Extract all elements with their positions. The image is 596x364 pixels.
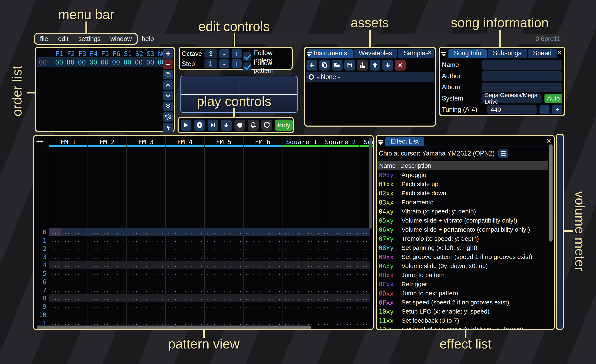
step-value[interactable]: 1 [204, 59, 217, 68]
pattern-cell[interactable]: ... .. .. ... [282, 320, 321, 326]
pattern-cell[interactable]: ... .. .. ... [204, 271, 243, 276]
order-cell[interactable]: 00 [120, 58, 131, 66]
menu-item[interactable]: window [105, 34, 137, 44]
pattern-cell[interactable]: ... .. .. ... [282, 254, 321, 260]
pattern-cell[interactable]: ... .. .. ... [204, 246, 243, 251]
pattern-cell[interactable]: ... .. .. ... [321, 279, 360, 284]
collapse-icon[interactable] [440, 51, 447, 57]
pattern-cell[interactable]: ... .. .. ... [165, 312, 204, 317]
pattern-cell[interactable]: ... .. .. ... [49, 320, 88, 326]
effect-row[interactable]: 0Dxx Jump to next pattern [378, 289, 548, 298]
auto-system-button[interactable]: Auto [544, 94, 562, 103]
pattern-cell[interactable]: ... .. .. ... [321, 296, 360, 301]
effect-row[interactable]: 05xy Volume slide + vibrato (compatibili… [378, 216, 548, 225]
effect-row[interactable]: 04xy Vibrato (x: speed; y: depth) [378, 207, 548, 216]
octave-increase-button[interactable]: + [232, 49, 242, 58]
pattern-row[interactable]: 0 ... .. .. ... ... .. .. ... ... .. .. … [34, 228, 370, 236]
pattern-cell[interactable]: ... .. .. ... [243, 229, 282, 235]
pattern-cell[interactable]: ... .. .. ... [360, 296, 370, 301]
pattern-cell[interactable]: ... .. .. ... [204, 296, 243, 301]
pattern-cell[interactable]: ... .. .. ... [321, 262, 360, 268]
pattern-cell[interactable]: ... .. .. ... [88, 296, 127, 301]
pattern-cell[interactable]: ... .. .. ... [360, 279, 370, 284]
tuning-decrease-button[interactable]: - [539, 105, 550, 114]
order-channel-header[interactable]: S2 [132, 50, 143, 58]
pattern-cell[interactable]: ... .. .. ... [243, 262, 282, 268]
channel-header[interactable]: FM 4 [165, 136, 204, 148]
tab-subsongs[interactable]: Subsongs [488, 49, 527, 58]
effect-row[interactable]: 07xy Tremolo (x: speed; y: depth) [378, 234, 548, 243]
pattern-cell[interactable]: ... .. .. ... [243, 254, 282, 260]
description-column-header[interactable]: Description [396, 162, 431, 169]
close-icon[interactable]: × [546, 137, 551, 145]
pattern-cell[interactable]: ... .. .. ... [49, 271, 88, 276]
effect-row[interactable]: 10xy Setup LFO (x: enable; y: speed) [378, 307, 548, 316]
pattern-cell[interactable]: ... .. .. ... [204, 238, 243, 243]
pattern-cell[interactable]: ... .. .. ... [88, 271, 127, 276]
horizontal-scrollbar[interactable] [37, 326, 312, 329]
order-channel-header[interactable]: F4 [86, 50, 98, 58]
menu-item[interactable]: file [35, 34, 53, 44]
order-cell[interactable]: 00 [63, 58, 74, 66]
pattern-cell[interactable]: ... .. .. ... [165, 304, 204, 309]
pattern-cell[interactable]: ... .. .. ... [282, 312, 321, 317]
step-row-down-button[interactable] [221, 120, 232, 131]
name-column-header[interactable]: Name [378, 162, 396, 169]
effect-row[interactable]: 12xx Set level of operator 1 (0 highest,… [378, 325, 548, 330]
effect-row[interactable]: 0Fxx Set speed (speed 2 if no grooves ex… [378, 298, 548, 307]
duplicate-asset-button[interactable] [319, 60, 330, 71]
channel-header[interactable]: Square 2 [321, 136, 360, 148]
order-row[interactable]: 00 00000000000000000000 [37, 58, 171, 67]
pattern-cell[interactable]: ... .. .. ... [204, 312, 243, 317]
order-cell[interactable]: 00 [131, 58, 143, 66]
pattern-cell[interactable]: ... .. .. ... [282, 238, 321, 243]
pattern-cell[interactable]: ... .. .. ... [243, 287, 282, 293]
delete-asset-button[interactable]: × [395, 60, 406, 71]
add-order-button[interactable]: + [163, 49, 173, 58]
pattern-cell[interactable]: ... .. .. ... [282, 271, 321, 276]
octave-value[interactable]: 3 [204, 49, 217, 58]
pattern-cell[interactable]: ... .. .. ... [321, 238, 360, 243]
order-channel-header[interactable]: S3 [143, 50, 155, 58]
pattern-cell[interactable]: ... .. .. ... [49, 238, 88, 243]
order-channel-header[interactable]: F1 [52, 50, 64, 58]
close-icon[interactable]: × [557, 48, 562, 57]
move-order-up-button[interactable] [163, 80, 173, 90]
channel-header[interactable]: FM 2 [88, 136, 127, 148]
pattern-cell[interactable]: ... .. .. ... [165, 279, 204, 284]
pattern-cell[interactable]: ... .. .. ... [127, 296, 165, 301]
pattern-cell[interactable]: ... .. .. ... [321, 229, 360, 235]
pattern-row[interactable]: 7 ... .. .. ... ... .. .. ... ... .. .. … [34, 286, 370, 294]
pattern-cell[interactable]: ... .. .. ... [321, 271, 360, 276]
pattern-cell[interactable]: ... .. .. ... [127, 238, 165, 243]
pattern-cell[interactable]: ... .. .. ... [49, 262, 88, 268]
pattern-cell[interactable]: ... .. .. ... [360, 271, 370, 276]
order-channel-header[interactable]: F5 [98, 50, 109, 58]
pattern-cell[interactable]: ... .. .. ... [88, 279, 127, 284]
pattern-cell[interactable]: ... .. .. ... [127, 279, 165, 284]
move-asset-down-button[interactable] [382, 60, 393, 71]
effect-row[interactable]: 0Axy Volume slide (0y: down; x0: up) [378, 262, 548, 270]
pattern-cell[interactable]: ... .. .. ... [88, 246, 127, 251]
author-field[interactable] [482, 71, 562, 81]
pattern-cell[interactable]: ... .. .. ... [127, 262, 165, 268]
pattern-cell[interactable]: ... .. .. ... [165, 254, 204, 260]
order-edit-mode-button[interactable] [163, 123, 173, 132]
effect-row[interactable]: 03xx Portamento [378, 198, 548, 207]
order-cell[interactable]: 00 [109, 58, 120, 66]
effect-row[interactable]: 00xy Arpeggio [378, 170, 548, 180]
pattern-cell[interactable]: ... .. .. ... [49, 296, 88, 301]
effect-row[interactable]: 01xx Pitch slide up [378, 180, 548, 189]
vertical-scrollbar[interactable] [369, 138, 372, 229]
pattern-cell[interactable]: ... .. .. ... [88, 304, 127, 309]
pattern-cell[interactable]: ... .. .. ... [127, 254, 165, 260]
pattern-row[interactable]: 8 ... .. .. ... ... .. .. ... ... .. .. … [34, 294, 370, 302]
pattern-cell[interactable]: ... .. .. ... [321, 287, 360, 293]
order-channel-header[interactable]: F6 [109, 50, 120, 58]
effect-row[interactable]: 02xx Pitch slide down [378, 189, 548, 198]
pattern-cell[interactable]: ... .. .. ... [282, 262, 321, 268]
pattern-cell[interactable]: ... .. .. ... [282, 246, 321, 251]
pattern-cell[interactable]: ... .. .. ... [360, 287, 370, 293]
pattern-cell[interactable]: ... .. .. ... [282, 287, 321, 293]
metronome-button[interactable] [248, 120, 259, 131]
